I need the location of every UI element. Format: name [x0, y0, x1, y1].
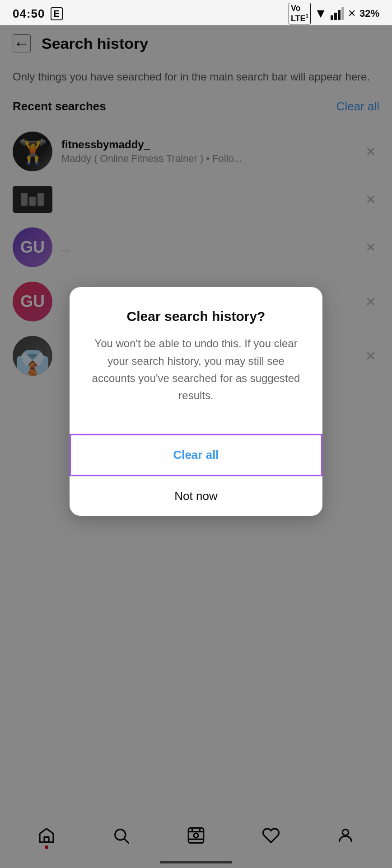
signal-x-icon: ✕	[348, 8, 356, 19]
status-bar: 04:50 E VoLTE1 ▼ ✕ 32%	[0, 0, 392, 25]
battery-indicator: 32%	[359, 8, 379, 19]
dialog-body: Clear search history? You won't be able …	[70, 287, 322, 419]
dialog-message: You won't be able to undo this. If you c…	[88, 335, 304, 405]
not-now-button[interactable]: Not now	[70, 476, 322, 516]
clear-all-button[interactable]: Clear all	[70, 434, 322, 476]
main-page: ← Search history Only things you have se…	[0, 25, 392, 868]
clear-history-dialog: Clear search history? You won't be able …	[70, 287, 322, 516]
signal-icon	[331, 7, 344, 20]
wifi-icon: ▼	[314, 6, 327, 21]
dialog-container: Clear search history? You won't be able …	[0, 25, 392, 868]
status-time: 04:50	[13, 7, 45, 21]
home-indicator	[160, 861, 232, 863]
volte-icon: VoLTE1	[289, 3, 311, 24]
dialog-title: Clear search history?	[88, 309, 304, 324]
status-icons: VoLTE1 ▼ ✕ 32%	[289, 3, 379, 24]
escrow-icon: E	[51, 7, 63, 20]
